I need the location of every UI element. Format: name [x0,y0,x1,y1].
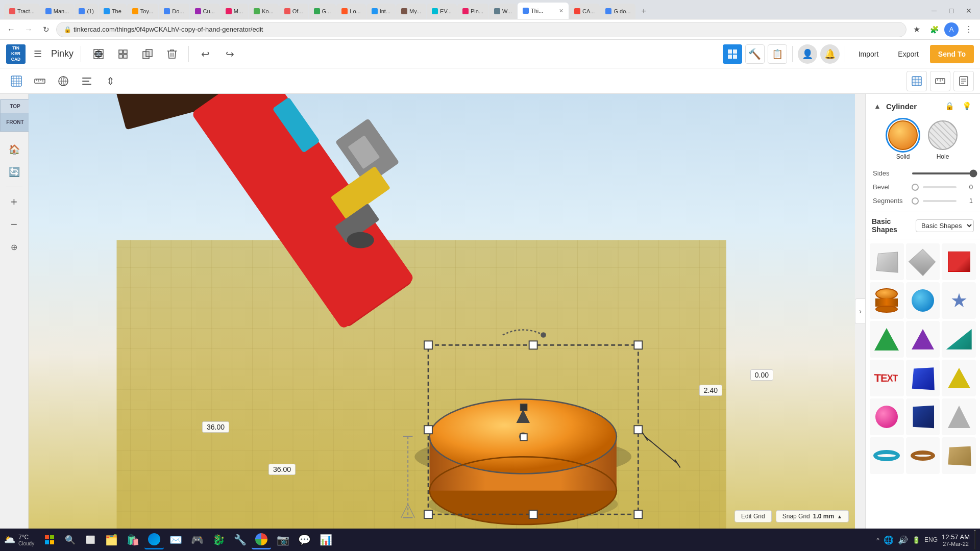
shape-item-text-red[interactable]: TEXT [870,360,904,396]
tab-ev[interactable]: EV... [427,4,457,19]
snap-grid-control[interactable]: Snap Grid 1.0 mm ▲ [776,510,849,522]
start-button[interactable] [40,531,59,549]
project-title[interactable]: Pinky [51,48,74,59]
notification-button[interactable]: 🔔 [820,44,840,64]
view-perspective-btn[interactable] [6,71,27,91]
taskbar-app10-button[interactable]: 📷 [273,530,292,549]
view-mode-hammer[interactable]: 🔨 [745,44,765,64]
undo-button[interactable]: ↩ [195,44,215,64]
forward-button[interactable]: → [21,22,36,37]
shape-item-box-red[interactable] [942,243,976,280]
sendto-button[interactable]: Send To [930,45,974,63]
tab-1[interactable]: (1) [75,4,97,19]
network-icon[interactable]: 🌐 [884,535,894,545]
taskbar-skype-button[interactable]: 💬 [295,530,314,549]
tab-g[interactable]: G... [309,4,336,19]
view-measure-btn[interactable]: ⇕ [100,71,120,91]
ungroup-button[interactable] [113,44,133,64]
view-mode-grid[interactable] [723,44,742,64]
taskbar-steam-button[interactable]: 🎮 [187,530,207,549]
shape-item-pyramid-yellow[interactable] [942,360,976,396]
notification-area[interactable]: ^ [876,536,879,544]
shape-item-box-gray[interactable] [870,243,904,280]
zoom-in-button[interactable]: + [5,192,24,212]
zoom-out-button[interactable]: − [5,215,24,234]
shape-item-pyramid-purple[interactable] [906,321,940,358]
weather-widget[interactable]: 🌥️ 7°C Cloudy [4,534,34,546]
search-button[interactable]: 🔍 [61,531,79,549]
shape-item-cylinder-orange[interactable] [870,282,904,319]
tab-do[interactable]: Do... [159,4,189,19]
tab-gdo[interactable]: G do... [600,4,635,19]
view-align-btn[interactable] [77,71,97,91]
taskbar-store-button[interactable]: 🛍️ [123,530,142,549]
bookmark-button[interactable]: ★ [910,22,924,37]
back-button[interactable]: ← [4,22,18,37]
tab-cu[interactable]: Cu... [190,4,220,19]
new-tab-button[interactable]: + [636,4,651,19]
view-mode-layers[interactable]: 📋 [768,44,787,64]
hole-option[interactable]: Hole [928,120,958,160]
close-button[interactable]: ✕ [962,5,976,17]
solid-option[interactable]: Solid [888,120,918,160]
shape-item-cone-gray[interactable] [942,398,976,435]
view-ruler-btn[interactable] [30,71,50,91]
taskbar-explorer-button[interactable]: 🗂️ [102,530,121,549]
shapes-category-dropdown[interactable]: Basic Shapes [916,219,974,232]
show-desktop-button[interactable] [974,530,976,549]
user-account-button[interactable]: 👤 [798,44,817,64]
shape-item-box-navy[interactable] [906,398,940,435]
viewport[interactable]: 36.00 2.40 0.00 36.00 Edit Grid Snap Gri… [29,94,855,529]
tinkercad-logo[interactable]: TINKERCAD [6,44,26,64]
taskbar-edge-button[interactable] [144,530,164,549]
taskbar-app7-button[interactable]: 🐉 [209,530,228,549]
address-bar[interactable]: 🔒 tinkercad.com/things/0f4pwCKALhV-copy-… [56,22,906,37]
shape-item-sphere-blue[interactable] [906,282,940,319]
segments-circle-handle[interactable] [912,197,919,205]
menu-button[interactable]: ⋮ [962,22,976,37]
extensions-button[interactable]: 🧩 [927,22,941,37]
profile-button[interactable]: A [944,22,959,37]
view-ruler2-btn[interactable] [930,71,950,91]
shape-item-box-blue[interactable] [906,360,940,396]
tab-lo[interactable]: Lo... [336,4,365,19]
tab-thi-active[interactable]: Thi... ✕ [518,3,569,19]
shape-visible-button[interactable]: 💡 [960,99,974,113]
shape-item-diamond-gray[interactable] [906,243,940,280]
tab-w[interactable]: W... [489,4,517,19]
shape-item-character-blue[interactable]: ★ [942,282,976,319]
tab-tract[interactable]: Tract... [4,4,40,19]
tab-my[interactable]: My... [396,4,426,19]
import-button[interactable]: Import [850,45,887,63]
home-view-button[interactable]: 🏠 [5,140,24,159]
panel-collapse-arrow[interactable]: › [855,298,865,324]
shape-item-box-tan[interactable] [942,437,976,474]
redo-button[interactable]: ↪ [219,44,240,64]
language-indicator[interactable]: ENG [924,536,938,543]
grid-menu-button[interactable]: ☰ [30,46,46,62]
shape-item-wedge-teal[interactable] [942,321,976,358]
clock[interactable]: 12:57 AM 27-Mar-22 [942,533,970,547]
tab-ko[interactable]: Ko... [249,4,279,19]
view-shapes-btn[interactable] [53,71,74,91]
minimize-button[interactable]: ─ [927,5,941,17]
tab-int[interactable]: Int... [366,4,396,19]
view-cube[interactable]: TOP FRONT [0,99,31,132]
view-2d-btn[interactable] [906,71,927,91]
taskbar-chrome-button[interactable] [252,530,271,549]
taskbar-excel-button[interactable]: 📊 [316,530,335,549]
tab-m[interactable]: M... [220,4,248,19]
duplicate-button[interactable] [137,44,158,64]
tab-toy[interactable]: Toy... [127,4,158,19]
maximize-button[interactable]: □ [944,5,959,17]
task-view-button[interactable]: ⬜ [81,531,100,549]
export-button[interactable]: Export [890,45,926,63]
taskbar-app8-button[interactable]: 🔧 [230,530,250,549]
tab-ca[interactable]: CA... [569,4,600,19]
tab-man[interactable]: Man... [40,4,75,19]
fit-all-button[interactable]: ⊕ [5,237,24,257]
volume-icon[interactable]: 🔊 [898,535,908,545]
taskbar-mail-button[interactable]: ✉️ [166,530,185,549]
bevel-circle-handle[interactable] [912,184,919,191]
refresh-button[interactable]: ↻ [39,22,53,37]
